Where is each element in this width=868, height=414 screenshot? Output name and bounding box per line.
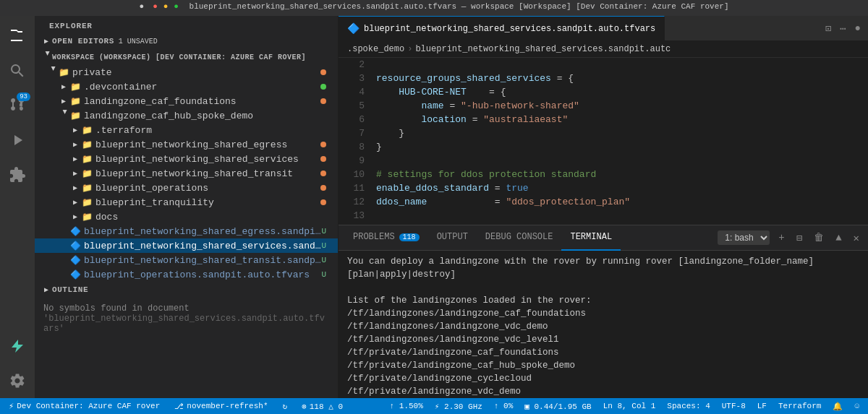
cpu-status[interactable]: ↑ 1.50% bbox=[387, 402, 426, 410]
language-text: Terraform bbox=[778, 402, 821, 410]
tree-item-hub-spoke[interactable]: ▶ 📁 landingzone_caf_hub_spoke_demo bbox=[35, 108, 338, 123]
errors-status[interactable]: ⊗ 118 △ 0 bbox=[299, 398, 346, 414]
tranquility-folder-dot bbox=[320, 199, 326, 205]
eol-status[interactable]: LF bbox=[754, 402, 770, 410]
services-folder-dot bbox=[320, 156, 326, 162]
operations-folder-dot bbox=[320, 185, 326, 191]
terminal-line-8: /tf/private/landingzone_caf_hub_spoke_de… bbox=[347, 359, 859, 372]
more-actions-btn[interactable]: ⋯ bbox=[838, 21, 847, 36]
transit-file-icon: 🔷 bbox=[69, 254, 81, 266]
panel-actions: 1: bash + ⊟ 🗑 ▲ ✕ bbox=[718, 230, 862, 246]
tree-item-egress-file[interactable]: ▶ 🔷 blueprint_networking_shared_egress.s… bbox=[35, 224, 338, 238]
tree-item-docs-folder[interactable]: ▶ 📁 docs bbox=[35, 210, 338, 224]
services-folder-arrow: ▶ bbox=[69, 153, 81, 165]
branch-icon: ⎇ bbox=[174, 402, 184, 411]
tab-output[interactable]: OUTPUT bbox=[428, 225, 477, 251]
encoding-status[interactable]: UTF-8 bbox=[719, 402, 749, 410]
files-activity-icon[interactable] bbox=[0, 19, 35, 53]
tab-problems[interactable]: PROBLEMS 118 bbox=[344, 225, 428, 251]
eol-text: LF bbox=[757, 402, 767, 410]
spaces-status[interactable]: Spaces: 4 bbox=[664, 402, 712, 410]
transit-folder-dot bbox=[320, 171, 326, 176]
feedback-icon: ☺ bbox=[854, 402, 859, 410]
terminal-line-3: List of the landingzones loaded in the r… bbox=[347, 294, 859, 307]
extensions-activity-icon[interactable] bbox=[0, 158, 35, 192]
docs-folder-label: docs bbox=[95, 212, 118, 223]
cpu-speed-status[interactable]: ⚡ 2.30 GHz bbox=[432, 402, 485, 411]
tree-item-services-file[interactable]: ▶ 🔷 blueprint_networking_shared_services… bbox=[35, 238, 338, 253]
workspace-section[interactable]: ▶ WORKSPACE (WORKSPACE) [DEV CONTAINER: … bbox=[35, 49, 338, 65]
operations-file-u: U bbox=[321, 270, 326, 279]
new-terminal-btn[interactable]: + bbox=[775, 230, 787, 245]
tree-item-egress-folder[interactable]: ▶ 📁 blueprint_networking_shared_egress bbox=[35, 137, 338, 152]
sync-status[interactable]: ↻ bbox=[280, 398, 291, 414]
terminal-line-9: /tf/private/landingzone_cyclecloud bbox=[347, 372, 859, 385]
tree-item-terraform[interactable]: ▶ 📁 .terraform bbox=[35, 123, 338, 137]
kill-terminal-btn[interactable]: 🗑 bbox=[811, 230, 827, 245]
maximize-panel-btn[interactable]: ▲ bbox=[833, 230, 844, 245]
egress-file-label: blueprint_networking_shared_egress.sandp… bbox=[84, 226, 321, 237]
tree-item-transit-folder[interactable]: ▶ 📁 blueprint_networking_shared_transit bbox=[35, 166, 338, 181]
run-activity-icon[interactable] bbox=[0, 123, 35, 158]
open-editors-arrow: ▶ bbox=[41, 35, 52, 47]
shell-select[interactable]: 1: bash bbox=[718, 230, 770, 245]
tree-item-services-folder[interactable]: ▶ 📁 blueprint_networking_shared_services bbox=[35, 152, 338, 166]
settings-activity-icon[interactable] bbox=[0, 363, 35, 398]
terminal-content[interactable]: You can deploy a landingzone with the ro… bbox=[339, 251, 868, 398]
memory-status[interactable]: ▣ 0.44/1.95 GB bbox=[522, 402, 594, 411]
operations-folder-arrow: ▶ bbox=[69, 182, 81, 194]
caf-foundations-dot bbox=[320, 98, 326, 104]
feedback-status[interactable]: ☺ bbox=[851, 402, 862, 410]
devcontainer-dot bbox=[320, 84, 326, 90]
tab-terminal[interactable]: TERMINAL bbox=[561, 225, 621, 251]
private-arrow: ▶ bbox=[46, 66, 58, 78]
breadcrumb-sep-1: › bbox=[407, 44, 412, 54]
sidebar: EXPLORER ▶ OPEN EDITORS 1 UNSAVED ▶ WORK… bbox=[35, 16, 339, 398]
line-col-status[interactable]: Ln 8, Col 1 bbox=[600, 402, 659, 410]
hub-spoke-icon: 📁 bbox=[69, 110, 81, 121]
remote-icon: ⚡ bbox=[9, 401, 14, 412]
tree-item-transit-file[interactable]: ▶ 🔷 blueprint_networking_shared_transit.… bbox=[35, 253, 338, 267]
tranquility-folder-label: blueprint_tranquility bbox=[95, 197, 214, 208]
devcontainer-icon: 📁 bbox=[69, 81, 81, 92]
source-control-activity-icon[interactable]: 93 bbox=[0, 88, 35, 123]
tree-item-caf-foundations[interactable]: ▶ 📁 landingzone_caf_foundations bbox=[35, 94, 338, 108]
close-panel-x-btn[interactable]: ✕ bbox=[851, 230, 862, 246]
code-editor: 2 3 4 5 6 7 8 9 10 11 12 13 14 15 resour… bbox=[339, 58, 868, 225]
sync-icon: ↻ bbox=[283, 402, 288, 411]
open-editors-section[interactable]: ▶ OPEN EDITORS 1 UNSAVED bbox=[35, 33, 338, 49]
tab-icon: 🔷 bbox=[347, 22, 359, 35]
tab-actions: ⊡ ⋯ ● bbox=[818, 21, 868, 36]
tree-item-tranquility-folder[interactable]: ▶ 📁 blueprint_tranquility bbox=[35, 195, 338, 210]
remote-status[interactable]: ⚡ Dev Container: Azure CAF rover bbox=[6, 398, 163, 414]
tab-debug-console[interactable]: DEBUG CONSOLE bbox=[477, 225, 562, 251]
status-bar: ⚡ Dev Container: Azure CAF rover ⎇ novem… bbox=[0, 398, 868, 414]
search-activity-icon[interactable] bbox=[0, 53, 35, 88]
outline-content: No symbols found in document 'blueprint_… bbox=[35, 298, 338, 340]
remote-activity-icon[interactable] bbox=[0, 329, 35, 363]
language-status[interactable]: Terraform bbox=[775, 402, 824, 410]
split-editor-btn[interactable]: ⊡ bbox=[824, 21, 833, 36]
notifications-status[interactable]: 🔔 bbox=[830, 402, 846, 411]
terminal-line-7: /tf/private/landingzone_caf_foundations bbox=[347, 346, 859, 359]
tree-item-operations-file[interactable]: ▶ 🔷 blueprint_operations.sandpit.auto.tf… bbox=[35, 267, 338, 282]
outline-no-symbols: No symbols found in document bbox=[43, 303, 329, 314]
tree-item-operations-folder[interactable]: ▶ 📁 blueprint_operations bbox=[35, 181, 338, 195]
active-tab[interactable]: 🔷 blueprint_networking_shared_services.s… bbox=[339, 16, 665, 41]
docs-folder-icon: 📁 bbox=[81, 211, 93, 223]
branch-status[interactable]: ⎇ november-refresh* bbox=[171, 398, 271, 414]
services-folder-label: blueprint_networking_shared_services bbox=[95, 154, 299, 165]
breadcrumb-item-1[interactable]: .spoke_demo bbox=[347, 44, 404, 54]
tree-item-private[interactable]: ▶ 📁 private bbox=[35, 65, 338, 79]
workspace-arrow: ▶ bbox=[41, 51, 52, 63]
code-content[interactable]: resource_groups_shared_services = { HUB-… bbox=[370, 58, 868, 225]
outline-section[interactable]: ▶ OUTLINE bbox=[35, 282, 338, 298]
breadcrumb-item-2[interactable]: blueprint_networking_shared_services.san… bbox=[415, 44, 671, 54]
tree-item-devcontainer[interactable]: ▶ 📁 .devcontainer bbox=[35, 79, 338, 94]
split-terminal-btn[interactable]: ⊟ bbox=[793, 230, 805, 246]
terminal-line-2 bbox=[347, 281, 859, 294]
close-panel-btn[interactable]: ● bbox=[854, 21, 862, 35]
io-status[interactable]: ↑ 0% bbox=[491, 402, 516, 410]
services-file-u: U bbox=[321, 241, 326, 250]
devcontainer-arrow: ▶ bbox=[58, 81, 69, 92]
